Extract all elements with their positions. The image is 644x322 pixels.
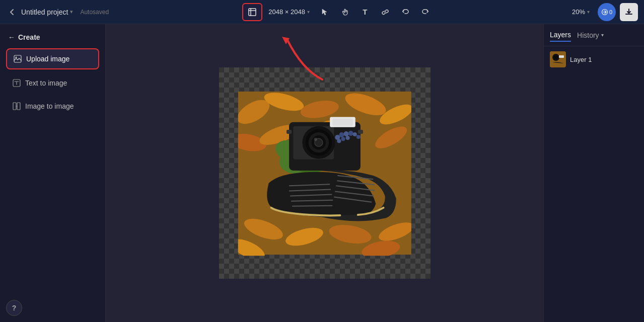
svg-point-39 [337, 139, 341, 143]
help-button[interactable]: ? [6, 300, 22, 316]
text-tool-button[interactable]: T [356, 3, 374, 21]
create-label: Create [18, 33, 40, 41]
project-name-text: Untitled project [21, 8, 68, 16]
zoom-label: 20% [572, 8, 585, 16]
undo-button[interactable] [396, 3, 414, 21]
svg-rect-5 [13, 103, 16, 110]
canvas-crop-tool[interactable] [242, 3, 262, 21]
svg-point-35 [343, 131, 348, 136]
create-header[interactable]: ← Create [6, 30, 99, 44]
upload-image-icon [13, 54, 22, 63]
notification-count: 0 [609, 9, 612, 15]
sidebar-item-text-to-image[interactable]: Text to image [6, 73, 99, 93]
sidebar: ← Create Upload image Text to i [0, 24, 106, 322]
create-back-icon: ← [8, 33, 15, 41]
tab-history[interactable]: History ▾ [577, 31, 604, 39]
redo-button[interactable] [416, 3, 435, 21]
image-to-image-icon [12, 102, 21, 111]
select-tool-button[interactable] [316, 3, 334, 21]
layer-item[interactable]: Layer 1 [544, 46, 644, 72]
history-chevron: ▾ [601, 32, 604, 38]
svg-rect-61 [559, 55, 564, 58]
notification-button[interactable]: 0 [598, 3, 616, 21]
canvas-size-button[interactable]: 2048 × 2048 ▾ [264, 6, 314, 18]
zoom-button[interactable]: 20% ▾ [568, 6, 594, 18]
svg-rect-32 [357, 130, 363, 134]
sidebar-bottom: ? [6, 300, 99, 316]
download-button[interactable] [620, 3, 638, 21]
image-to-image-label: Image to image [25, 102, 74, 110]
svg-point-36 [348, 131, 353, 136]
zoom-chevron: ▾ [587, 9, 590, 15]
canvas-size-label: 2048 × 2048 [268, 8, 305, 16]
autosaved-label: Autosaved [80, 9, 109, 16]
link-tool-button[interactable] [376, 3, 394, 21]
upload-image-label: Upload image [26, 55, 69, 63]
layer-name: Layer 1 [570, 56, 592, 63]
svg-point-41 [345, 136, 349, 140]
canvas-container [219, 67, 431, 279]
sidebar-item-image-to-image[interactable]: Image to image [6, 97, 99, 116]
svg-rect-6 [17, 103, 20, 110]
canvas-area[interactable] [106, 24, 543, 322]
svg-point-60 [554, 55, 558, 59]
svg-rect-31 [287, 130, 292, 134]
svg-point-40 [341, 137, 345, 141]
sidebar-item-upload-image[interactable]: Upload image [6, 48, 99, 69]
svg-point-34 [339, 132, 344, 137]
topbar-left: Untitled project ▾ Autosaved [6, 6, 109, 18]
main-layout: ← Create Upload image Text to i [0, 24, 644, 322]
right-panel: Layers History ▾ Layer 1 [543, 24, 644, 322]
svg-rect-30 [332, 119, 353, 126]
text-to-image-label: Text to image [25, 79, 67, 87]
back-button[interactable] [6, 6, 18, 18]
canvas-size-chevron: ▾ [307, 9, 310, 15]
svg-rect-0 [249, 9, 256, 16]
svg-point-28 [314, 138, 317, 141]
hand-tool-button[interactable] [336, 3, 354, 21]
topbar-right: 20% ▾ 0 [568, 3, 638, 21]
topbar: Untitled project ▾ Autosaved 2048 × 2048… [0, 0, 644, 24]
topbar-center: 2048 × 2048 ▾ T [113, 3, 564, 21]
project-name-chevron: ▾ [70, 9, 73, 15]
svg-point-3 [16, 57, 17, 58]
svg-point-37 [352, 132, 356, 136]
project-name[interactable]: Untitled project ▾ [21, 8, 73, 16]
svg-rect-2 [14, 55, 21, 62]
svg-line-46 [292, 206, 332, 206]
svg-point-38 [356, 135, 360, 139]
canvas-image [238, 91, 411, 256]
right-panel-tabs: Layers History ▾ [544, 24, 644, 46]
layer-thumbnail [550, 51, 566, 67]
text-to-image-icon [12, 78, 21, 88]
tab-layers[interactable]: Layers [550, 29, 571, 42]
